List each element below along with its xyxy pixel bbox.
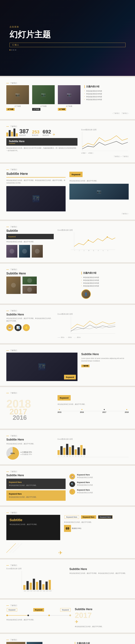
vb-3: 三	[63, 448, 65, 457]
bar-5	[16, 133, 18, 136]
tl-4: 2018	[125, 409, 129, 413]
subtitle-7: Subtitle Here	[6, 313, 54, 316]
slide-7: 了解我们 Subtitle Here 单击此处添加正文内容，建议字号18磅。单击…	[0, 305, 135, 343]
chart-title-5: Excel图表名称 说明	[58, 229, 129, 231]
subtitle-bar: Subtitle Here	[6, 138, 77, 146]
slide-9-content: 2018 2017 2016 Keyword 单击此处添加正文内容，建议字号18…	[6, 395, 129, 424]
slide-12: 了解我们 Subtitle 单击此处添加正文内容，建议字号18磅。 ✈ Keyw…	[0, 507, 135, 558]
mini-chart	[6, 128, 18, 136]
svg-text:五: 五	[93, 250, 94, 251]
yellow-underline	[9, 144, 15, 144]
nav-prev[interactable]: ‹ 了解我们	[112, 112, 120, 114]
bullet-6-2: 单击此处添加文本内容	[81, 279, 129, 282]
svg-text:七: 七	[103, 250, 104, 251]
icons-7: ☕ 📊 ⭐	[6, 324, 54, 331]
slide-11-right: 🏠 Keyword Here 单击此处添加正文内容 🔍 Keyword Here…	[69, 474, 129, 501]
svg-text:八: 八	[107, 250, 108, 251]
year-bg-3: 2016	[13, 414, 54, 421]
bar-chart-13: 2012 2013 2014 2015 2016 2017 2018 2019 …	[6, 571, 66, 593]
photo-5a	[6, 245, 18, 258]
svg-text:2014: 2014	[30, 590, 33, 592]
stat-2: 253 数据说明	[32, 130, 40, 136]
subtitle-10: Subtitle Here	[6, 438, 54, 441]
bar-4	[14, 128, 15, 136]
slide-2-content: 点下标题 点下标题 点下标题 点下标题 点下标题 点下标题 主题内容介绍 单击此…	[6, 85, 129, 111]
slide-6-content: Subtitle Here 主题内容介绍 单击此处添加文本内容 单击此处添加文本…	[6, 272, 129, 299]
tag-8: 了解详情	[81, 364, 89, 367]
tl-2: 2016	[80, 409, 84, 413]
photo-5c	[32, 245, 43, 258]
photo-6b	[23, 276, 37, 284]
slide-4-right: Keyword 单击此处添加正文内容，建议字号18磅。	[69, 172, 129, 212]
svg-text:2020: 2020	[49, 590, 52, 592]
slide-3: 了解我们 387 数据说明	[0, 120, 135, 162]
vb-5: 五	[69, 447, 71, 457]
slide-6: 了解我们 Subtitle Here 主题内容介绍 单击此处添加文本内容 单击此…	[0, 264, 135, 304]
subtitle-11: Subtitle Here	[6, 474, 66, 477]
slide-4-content: Subtitle Here 单击此处添加正文内容，建议字号18磅。单击此处添加正…	[6, 172, 129, 212]
nav-next[interactable]: 了解我们 ›	[121, 112, 129, 114]
svg-text:一: 一	[74, 250, 75, 251]
photo-6a	[6, 276, 21, 294]
slide-5-left: Subtitle Keyword 单击此处添加正文内容，建议字号18磅。	[6, 229, 54, 258]
slide-3-content: 387 数据说明 253 数据说明 692 数据说明 ✈	[6, 128, 129, 154]
wide-photo	[6, 186, 66, 212]
plane-14: ✈	[75, 619, 129, 624]
svg-rect-24	[33, 579, 35, 590]
bullet-6-1: 单击此处添加文本内容	[81, 276, 129, 279]
circle-area: 65% ● 主要数据 65% ● 其他数据 35%	[6, 447, 54, 460]
right-title-6: 主题内容介绍	[81, 272, 129, 274]
icon-star: ⭐	[23, 324, 30, 331]
vb-4: 四	[66, 444, 68, 457]
avatar-6	[81, 289, 129, 299]
img-card-1: 点下标题 点下标题	[6, 85, 29, 111]
bullet-1: 单击此处添加文本内容	[84, 90, 129, 92]
slide-13-right: Subtitle Here 单击此处添加正文内容，建议字号18磅。单击此处添加正…	[69, 568, 129, 594]
circle-chart: 65%	[6, 447, 19, 460]
icon-pen: ✏️	[69, 489, 75, 494]
kw-2: Keyword Here	[81, 515, 96, 519]
slide-15-right: 主题内容介绍 单击此处添加文本内容 单击此处添加文本内容 单击此处添加文本内容 …	[75, 642, 129, 644]
slide-15-left	[6, 642, 71, 644]
bullet-6-4: 单击此处添加文本内容	[81, 284, 129, 288]
slide-11: 了解我们 Subtitle Here Keyword Here 单击此处添加正文…	[0, 466, 135, 506]
slide-13: 了解我们 Excel图表名称 说明 2012 2013 2014	[0, 560, 135, 598]
svg-text:2012: 2012	[24, 590, 26, 592]
tag-2: 点下标题	[32, 108, 40, 111]
img-3	[58, 85, 80, 104]
chart-label: Excel图表名称 说明	[81, 128, 129, 131]
svg-text:2019: 2019	[46, 590, 49, 592]
slide-13-content: Excel图表名称 说明 2012 2013 2014 2015 201	[6, 568, 129, 594]
photos-6	[6, 276, 77, 294]
slide-11-left: Subtitle Here Keyword Here 单击此处添加正文内容，建议…	[6, 474, 66, 501]
bullet-3: 单击此处添加文本内容	[84, 95, 129, 98]
slide-2: 了解我们 点下标题 点下标题 点下标题 点下标题 点下标题 点下标题	[0, 77, 135, 119]
vbar-chart: 一 二 三 四 五	[58, 441, 129, 457]
slide-10-right: Excel图表名称 说明 一 二 三 四	[58, 438, 129, 460]
slide-12-content: Subtitle 单击此处添加正文内容，建议字号18磅。 ✈ Keyword H…	[6, 515, 129, 554]
stats-numbers: 387 数据说明 253 数据说明 692 数据说明	[19, 128, 51, 136]
slide-7-left: Subtitle Here 单击此处添加正文内容，建议字号18磅。单击此处添加正…	[6, 313, 54, 338]
plane-icon: ✈	[53, 133, 55, 136]
svg-rect-26	[39, 580, 41, 590]
chart-title-13: Excel图表名称 说明	[6, 568, 66, 570]
slide-2-info: 主题内容介绍 单击此处添加文本内容 单击此处添加文本内容 单击此处添加文本内容 …	[84, 85, 129, 111]
bar-2	[9, 130, 11, 136]
slide-14: 了解我们 Keyword Keyword Keyword	[0, 600, 135, 632]
subtitle-13: Subtitle Here	[69, 568, 129, 571]
slide-8-right: Subtitle Here Lorem ipsum dolor sit amet…	[81, 352, 129, 381]
slide-3-right: Excel图表名称 说明 ● 数据一 ● 数据二	[81, 128, 129, 154]
icon-coffee: ☕	[6, 324, 13, 331]
vb-1: 一	[58, 450, 60, 457]
cover-tag: 汇报人	[10, 43, 125, 47]
slide-8-left: Keyword	[6, 352, 77, 381]
dot-4	[15, 50, 16, 50]
svg-rect-21	[23, 585, 26, 590]
svg-text:二: 二	[79, 250, 80, 251]
kw-box-1: Keyword	[6, 608, 18, 612]
page-nav[interactable]: 了解我们 ›	[121, 213, 129, 214]
bullet-list: 单击此处添加文本内容 单击此处添加文本内容 单击此处添加文本内容 单击此处添加文…	[84, 90, 129, 101]
slide-4-left: Subtitle Here 单击此处添加正文内容，建议字号18磅。单击此处添加正…	[6, 172, 66, 212]
nav-arrows[interactable]: 了解我们 › ‹ 了解我们	[114, 156, 129, 157]
slide-8: 了解我们 Keyword Subtitle Here Lorem ipsum d…	[0, 344, 135, 386]
